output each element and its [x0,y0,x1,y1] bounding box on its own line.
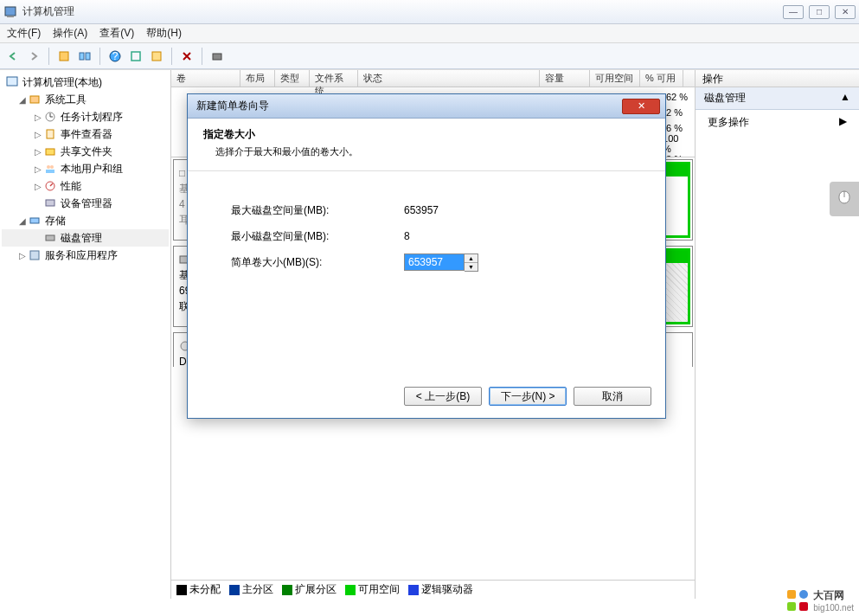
wizard-titlebar[interactable]: 新建简单卷向导 ✕ [188,94,665,119]
delete-icon[interactable] [177,47,196,66]
titlebar: 计算机管理 — □ ✕ [0,0,859,24]
menu-help[interactable]: 帮助(H) [146,26,182,41]
svg-rect-4 [86,53,90,60]
toolbar: ? [0,43,859,69]
back-button[interactable] [3,47,22,66]
svg-rect-9 [213,54,221,60]
col-type[interactable]: 类型 [275,70,310,87]
svg-rect-7 [131,52,140,61]
help-icon[interactable]: ? [106,47,125,66]
wizard-subheading: 选择介于最大和最小值的卷大小。 [203,145,650,158]
chevron-right-icon: ▶ [839,115,847,130]
svg-rect-1 [7,16,14,17]
svg-rect-19 [46,200,54,206]
svg-rect-0 [5,7,16,16]
tree-perf[interactable]: ▷性能 [2,177,169,195]
wizard-close-button[interactable]: ✕ [622,99,660,114]
actions-pane: 操作 磁盘管理▲ 更多操作▶ [695,70,859,599]
tool-icon[interactable] [147,47,166,66]
back-button[interactable]: < 上一步(B) [404,387,482,406]
actions-more[interactable]: 更多操作▶ [696,110,859,135]
volume-size-input[interactable] [404,253,465,271]
min-space-value: 8 [404,230,410,242]
max-space-label: 最大磁盘空间量(MB): [231,203,404,218]
wizard-title: 新建简单卷向导 [193,99,622,113]
svg-rect-2 [60,52,68,61]
actions-section[interactable]: 磁盘管理▲ [696,87,859,110]
side-widget[interactable] [830,182,859,216]
svg-point-15 [47,165,50,169]
svg-rect-8 [152,52,161,61]
wizard-body: 最大磁盘空间量(MB): 653957 最小磁盘空间量(MB): 8 简单卷大小… [188,171,665,301]
tree-svcapp[interactable]: ▷服务和应用程序 [2,247,169,264]
legend: 未分配 主分区 扩展分区 可用空间 逻辑驱动器 [171,580,695,599]
tree-share[interactable]: ▷共享文件夹 [2,143,169,160]
col-status[interactable]: 状态 [358,70,540,87]
wizard-dialog: 新建简单卷向导 ✕ 指定卷大小 选择介于最大和最小值的卷大小。 最大磁盘空间量(… [187,93,666,419]
col-free[interactable]: 可用空间 [590,70,640,87]
col-volume[interactable]: 卷 [171,70,240,87]
tool-icon[interactable] [208,47,227,66]
tool-icon[interactable] [54,47,74,66]
tree-systools[interactable]: ◢系统工具 [2,91,169,108]
actions-header: 操作 [696,70,859,87]
svg-rect-17 [46,170,54,173]
svg-rect-29 [787,602,796,611]
window-title: 计算机管理 [22,4,783,19]
tree-users[interactable]: ▷本地用户和组 [2,160,169,177]
tree-devmgr[interactable]: 设备管理器 [2,195,169,212]
tool-icon[interactable] [126,47,145,66]
tree-task[interactable]: ▷任务计划程序 [2,108,169,125]
svg-rect-21 [46,235,54,241]
svg-rect-10 [7,77,17,86]
svg-rect-3 [80,53,84,60]
tool-icon[interactable] [75,47,94,66]
svg-rect-22 [30,251,39,260]
col-layout[interactable]: 布局 [240,70,275,87]
min-space-label: 最小磁盘空间量(MB): [231,229,404,244]
spin-down-button[interactable]: ▼ [465,263,478,271]
svg-rect-30 [799,602,808,611]
maximize-button[interactable]: □ [809,5,830,19]
tree-root[interactable]: 计算机管理(本地) [2,74,169,91]
svg-rect-14 [46,149,54,155]
volume-size-label: 简单卷大小(MB)(S): [231,255,404,270]
svg-point-16 [50,165,54,169]
forward-button[interactable] [24,47,43,66]
spin-up-button[interactable]: ▲ [465,254,478,263]
close-button[interactable]: ✕ [835,5,856,19]
menubar: 文件(F) 操作(A) 查看(V) 帮助(H) [0,24,859,43]
volume-list-header: 卷 布局 类型 文件系统 状态 容量 可用空间 % 可用 [171,70,695,87]
col-pctfree[interactable]: % 可用 [640,70,683,87]
svg-text:?: ? [112,50,119,62]
tree-pane: 计算机管理(本地) ◢系统工具 ▷任务计划程序 ▷事件查看器 ▷共享文件夹 ▷本… [0,70,171,599]
svg-rect-11 [30,96,39,103]
minimize-button[interactable]: — [783,5,804,19]
cancel-button[interactable]: 取消 [574,387,651,406]
tree-diskmgmt[interactable]: 磁盘管理 [2,229,169,247]
next-button[interactable]: 下一步(N) > [489,387,567,406]
tree-event[interactable]: ▷事件查看器 [2,125,169,143]
svg-rect-28 [799,590,808,599]
svg-rect-13 [47,130,54,138]
svg-rect-27 [787,590,796,599]
svg-rect-20 [30,218,39,223]
menu-file[interactable]: 文件(F) [7,26,41,41]
menu-view[interactable]: 查看(V) [99,26,134,41]
menu-action[interactable]: 操作(A) [53,26,87,41]
collapse-icon: ▲ [840,91,850,106]
watermark: 大百网 big100.net [785,588,854,613]
wizard-heading: 指定卷大小 [203,127,650,142]
wizard-header: 指定卷大小 选择介于最大和最小值的卷大小。 [188,119,665,171]
tree-storage[interactable]: ◢存储 [2,212,169,229]
app-icon [3,5,17,19]
max-space-value: 653957 [404,204,439,216]
col-fs[interactable]: 文件系统 [310,70,358,87]
col-capacity[interactable]: 容量 [540,70,590,87]
